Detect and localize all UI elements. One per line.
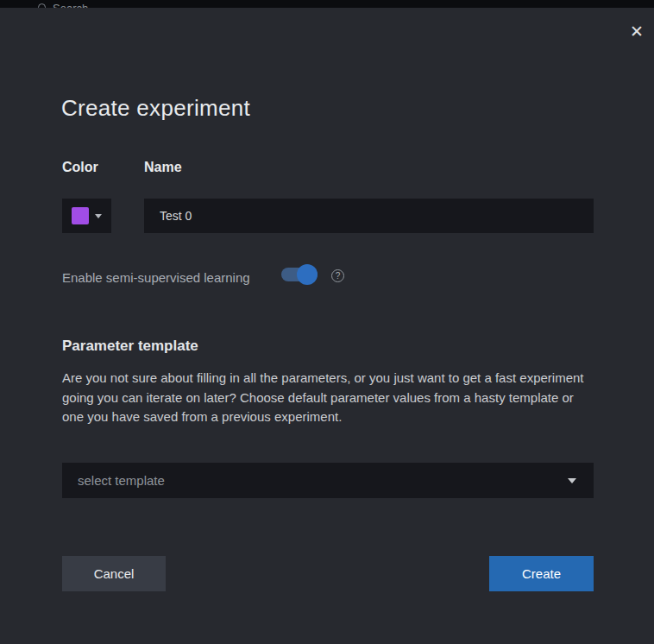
chevron-down-icon — [568, 478, 576, 483]
template-select-placeholder: select template — [78, 473, 165, 488]
parameter-template-heading: Parameter template — [62, 338, 198, 355]
experiment-name-input[interactable] — [144, 199, 594, 233]
color-swatch — [72, 207, 89, 224]
chevron-down-icon — [95, 214, 102, 218]
semi-supervised-toggle-label: Enable semi-supervised learning — [62, 270, 250, 285]
page-title: Create experiment — [61, 95, 250, 122]
color-field-label: Color — [62, 160, 98, 175]
search-input-clipped[interactable]: Search — [53, 2, 88, 8]
create-button[interactable]: Create — [489, 556, 594, 591]
toggle-knob — [297, 264, 318, 285]
name-field-label: Name — [144, 160, 182, 175]
page-backdrop: Search — [0, 0, 654, 8]
close-icon[interactable]: ✕ — [624, 18, 650, 44]
cancel-button[interactable]: Cancel — [62, 556, 166, 591]
semi-supervised-toggle[interactable] — [281, 263, 318, 286]
parameter-template-description: Are you not sure about filling in all th… — [62, 369, 599, 427]
create-experiment-modal: ✕ Create experiment Color Name Enable se… — [0, 8, 654, 644]
color-picker-dropdown[interactable] — [62, 199, 111, 233]
template-select-dropdown[interactable]: select template — [62, 463, 594, 498]
help-question-icon[interactable]: ? — [331, 269, 344, 282]
